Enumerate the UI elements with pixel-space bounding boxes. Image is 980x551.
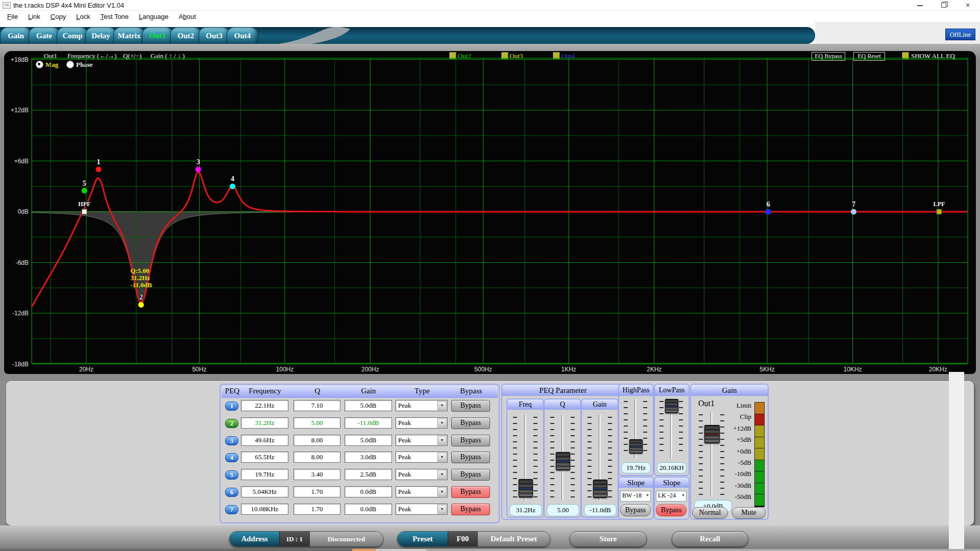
chevron-down-icon[interactable]: ▼ [437, 505, 447, 514]
peq-param-q-slider[interactable] [548, 414, 577, 502]
peq-gain-input[interactable]: 5.0dB [345, 435, 392, 446]
peq-q-input[interactable]: 1.70 [293, 504, 340, 515]
menu-item-language[interactable]: Language [134, 12, 174, 21]
peq-frequency-input[interactable]: 19.7Hz [241, 469, 288, 480]
peq-bypass-button[interactable]: Bypass [451, 469, 490, 481]
peq-band-badge[interactable]: 5 [225, 470, 238, 480]
hpf-marker[interactable] [82, 209, 87, 214]
peq-q-input[interactable]: 1.70 [293, 486, 340, 497]
peq-param-gain-slider[interactable] [585, 414, 615, 502]
menu-item-test-tone[interactable]: Test Tone [95, 12, 134, 21]
chevron-down-icon[interactable]: ▼ [437, 418, 447, 428]
peq-gain-input[interactable]: 3.0dB [345, 452, 392, 463]
restore-button[interactable] [932, 0, 954, 10]
tab-out3[interactable]: Out3 [199, 27, 230, 44]
tab-out4[interactable]: Out4 [227, 27, 258, 44]
lpf-marker[interactable] [937, 209, 942, 214]
peq-bypass-button[interactable]: Bypass [451, 417, 490, 429]
x-axis-label: 2KHz [647, 366, 662, 373]
tab-gate[interactable]: Gate [29, 27, 60, 44]
lowpass-bypass-button[interactable]: Bypass [656, 504, 687, 516]
peq-type-select[interactable]: Peak▼ [396, 435, 448, 446]
peq-band-badge[interactable]: 3 [225, 436, 238, 445]
peq-frequency-input[interactable]: 5.04KHz [241, 486, 288, 497]
peq-bypass-button[interactable]: Bypass [451, 435, 490, 446]
peq-band-badge[interactable]: 2 [225, 419, 238, 428]
highpass-slope-select[interactable]: BW -18 ▼ [620, 491, 651, 502]
peq-gain-input[interactable]: 2.5dB [345, 469, 392, 480]
preset-button[interactable]: Preset [398, 532, 448, 546]
peq-type-select[interactable]: Peak▼ [396, 400, 448, 411]
eq-band-marker-5[interactable] [82, 188, 87, 193]
peq-bypass-button[interactable]: Bypass [451, 452, 490, 463]
lowpass-slider-thumb[interactable] [665, 399, 678, 413]
peq-q-input[interactable]: 7.10 [293, 400, 340, 411]
eq-band-marker-6[interactable] [766, 209, 771, 215]
peq-type-select[interactable]: Peak▼ [396, 452, 448, 463]
tab-delay[interactable]: Delay [85, 27, 117, 44]
peq-band-badge[interactable]: 7 [225, 505, 238, 514]
eq-band-marker-2[interactable] [138, 302, 144, 308]
peq-type-select[interactable]: Peak▼ [396, 469, 448, 480]
address-button[interactable]: Address [230, 532, 279, 546]
peq-table-rows: 122.1Hz7.105.0dBPeak▼Bypass231.2Hz5.00-1… [220, 385, 499, 522]
highpass-freq-slider[interactable] [621, 398, 650, 459]
offline-status-button[interactable]: OffLine [945, 29, 975, 40]
chevron-down-icon[interactable]: ▼ [437, 401, 447, 410]
peq-param-q-slider-thumb[interactable] [556, 452, 570, 470]
close-button[interactable]: × [955, 0, 980, 10]
peq-frequency-input[interactable]: 10.08KHz [241, 504, 288, 515]
peq-band-badge[interactable]: 1 [225, 402, 238, 411]
peq-frequency-input[interactable]: 65.5Hz [241, 452, 288, 463]
tab-out1[interactable]: Out1 [142, 27, 174, 44]
menu-item-lock[interactable]: Lock [71, 12, 95, 21]
peq-band-badge[interactable]: 4 [225, 453, 238, 462]
peq-bypass-button[interactable]: Bypass [451, 400, 490, 412]
eq-plot[interactable]: +18dB+12dB+6dB0dB-6dB-12dB-18dB20Hz50Hz1… [4, 51, 976, 376]
chevron-down-icon[interactable]: ▼ [437, 436, 447, 445]
peq-type-select[interactable]: Peak▼ [396, 417, 448, 429]
menu-item-link[interactable]: Link [23, 12, 45, 21]
eq-band-marker-4[interactable] [230, 184, 235, 189]
peq-gain-input[interactable]: -11.0dB [345, 417, 392, 429]
peq-bypass-button[interactable]: Bypass [451, 486, 490, 498]
peq-param-freq-slider[interactable] [510, 414, 540, 502]
eq-band-marker-3[interactable] [195, 167, 201, 172]
peq-param-gain-slider-thumb[interactable] [593, 480, 607, 498]
menu-item-about[interactable]: About [174, 12, 201, 21]
chevron-down-icon[interactable]: ▼ [437, 487, 447, 496]
highpass-slider-thumb[interactable] [629, 439, 643, 454]
tab-out2[interactable]: Out2 [170, 27, 202, 44]
peq-type-select[interactable]: Peak▼ [396, 486, 448, 497]
peq-band-badge[interactable]: 6 [225, 488, 238, 497]
lowpass-freq-slider[interactable] [657, 398, 685, 459]
peq-q-input[interactable]: 3.40 [293, 469, 340, 480]
highpass-bypass-button[interactable]: Bypass [620, 504, 651, 516]
peq-type-select[interactable]: Peak▼ [396, 504, 448, 515]
lowpass-slope-select[interactable]: LK -24 ▼ [656, 491, 687, 502]
peq-q-input[interactable]: 8.00 [293, 452, 340, 463]
eq-band-marker-7[interactable] [851, 209, 856, 215]
peq-frequency-input[interactable]: 49.6Hz [241, 435, 288, 446]
peq-bypass-button[interactable]: Bypass [451, 504, 490, 515]
peq-frequency-input[interactable]: 31.2Hz [241, 417, 288, 429]
tab-matrix[interactable]: Matrix [113, 27, 145, 44]
peq-q-input[interactable]: 5.00 [293, 417, 340, 429]
chevron-down-icon[interactable]: ▼ [437, 453, 447, 462]
store-button[interactable]: Store [570, 531, 647, 547]
chevron-down-icon[interactable]: ▼ [437, 470, 447, 479]
peq-gain-input[interactable]: 0.0dB [345, 504, 392, 515]
minimize-button[interactable] [909, 0, 931, 10]
menu-item-copy[interactable]: Copy [45, 12, 71, 21]
recall-button[interactable]: Recall [672, 531, 748, 547]
scrollbar-strip[interactable] [949, 372, 964, 551]
peq-gain-input[interactable]: 5.0dB [345, 400, 392, 411]
menu-item-file[interactable]: File [2, 12, 23, 21]
peq-frequency-input[interactable]: 22.1Hz [241, 400, 288, 411]
peq-q-input[interactable]: 8.00 [293, 435, 340, 446]
peq-gain-input[interactable]: 0.0dB [345, 486, 392, 497]
eq-band-marker-1[interactable] [96, 167, 102, 172]
tab-gain[interactable]: Gain [0, 27, 32, 44]
peq-param-freq-slider-thumb[interactable] [519, 479, 533, 497]
tab-comp[interactable]: Comp [57, 27, 88, 44]
